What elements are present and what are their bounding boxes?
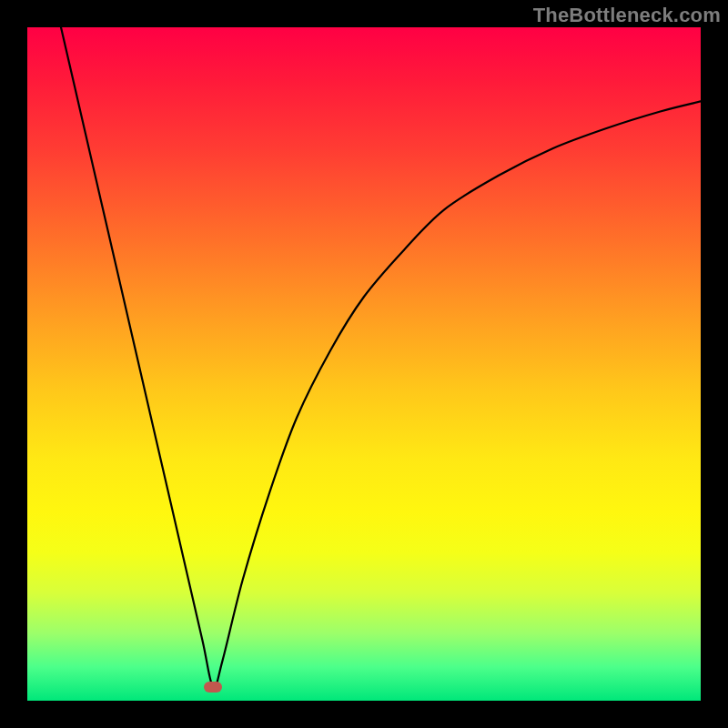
plot-area [27,27,701,701]
watermark-text: TheBottleneck.com [533,4,721,27]
bottleneck-curve [27,27,701,701]
optimal-point-marker [204,682,222,693]
chart-frame: TheBottleneck.com [0,0,728,728]
